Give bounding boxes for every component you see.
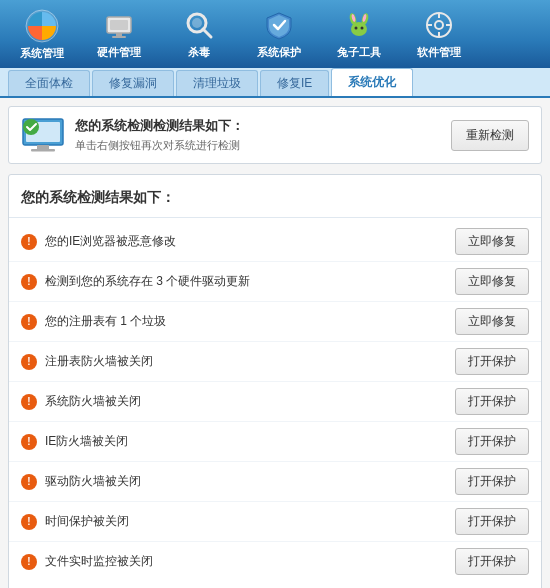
warning-icon: !	[21, 234, 37, 250]
result-left: !文件实时监控被关闭	[21, 553, 153, 570]
action-button-driver-firewall[interactable]: 打开保护	[455, 468, 529, 495]
logo-icon	[24, 8, 60, 44]
result-left: !注册表防火墙被关闭	[21, 353, 153, 370]
tab-repair-ie[interactable]: 修复IE	[260, 70, 329, 96]
action-button-time-protect[interactable]: 打开保护	[455, 508, 529, 535]
warning-icon: !	[21, 474, 37, 490]
svg-point-12	[361, 26, 364, 29]
result-left: !检测到您的系统存在 3 个硬件驱动更新	[21, 273, 250, 290]
summary-subtitle: 单击右侧按钮再次对系统进行检测	[75, 138, 244, 153]
result-row: !驱动防火墙被关闭打开保护	[9, 462, 541, 502]
rabbit-icon	[343, 9, 375, 41]
nav-kill-label: 杀毒	[188, 45, 210, 60]
result-row: !您的注册表有 1 个垃圾立即修复	[9, 302, 541, 342]
results-list: !您的IE浏览器被恶意修改立即修复!检测到您的系统存在 3 个硬件驱动更新立即修…	[9, 222, 541, 581]
result-row: !系统防火墙被关闭打开保护	[9, 382, 541, 422]
summary-title: 您的系统检测检测结果如下：	[75, 117, 244, 135]
action-button-ie-modified[interactable]: 立即修复	[455, 228, 529, 255]
result-text: 系统防火墙被关闭	[45, 393, 141, 410]
tab-clean-junk[interactable]: 清理垃圾	[176, 70, 258, 96]
result-text: 您的注册表有 1 个垃圾	[45, 313, 166, 330]
svg-line-6	[203, 29, 211, 37]
result-text: 驱动防火墙被关闭	[45, 473, 141, 490]
nav-protect-label: 系统保护	[257, 45, 301, 60]
result-left: !系统防火墙被关闭	[21, 393, 141, 410]
action-button-hw-update[interactable]: 立即修复	[455, 268, 529, 295]
warning-icon: !	[21, 434, 37, 450]
results-section: 您的系统检测结果如下： !您的IE浏览器被恶意修改立即修复!检测到您的系统存在 …	[8, 174, 542, 588]
result-text: 时间保护被关闭	[45, 513, 129, 530]
svg-rect-23	[37, 145, 49, 149]
svg-point-11	[355, 26, 358, 29]
action-button-file-monitor[interactable]: 打开保护	[455, 548, 529, 575]
result-text: 注册表防火墙被关闭	[45, 353, 153, 370]
svg-point-16	[435, 21, 443, 29]
svg-rect-2	[110, 20, 128, 30]
result-text: 您的IE浏览器被恶意修改	[45, 233, 176, 250]
nav-hardware-label: 硬件管理	[97, 45, 141, 60]
software-icon	[423, 9, 455, 41]
pc-icon	[21, 117, 65, 153]
result-text: IE防火墙被关闭	[45, 433, 128, 450]
tab-optimize[interactable]: 系统优化	[331, 68, 413, 96]
nav-kill[interactable]: 杀毒	[162, 5, 236, 63]
action-button-reg-junk[interactable]: 立即修复	[455, 308, 529, 335]
result-row: !注册表防火墙被关闭打开保护	[9, 342, 541, 382]
warning-icon: !	[21, 554, 37, 570]
protect-icon	[263, 9, 295, 41]
result-text: 文件实时监控被关闭	[45, 553, 153, 570]
result-left: !您的IE浏览器被恶意修改	[21, 233, 176, 250]
svg-rect-4	[112, 36, 126, 38]
warning-icon: !	[21, 394, 37, 410]
result-left: !驱动防火墙被关闭	[21, 473, 141, 490]
result-row: !文件实时监控被关闭打开保护	[9, 542, 541, 581]
result-left: !IE防火墙被关闭	[21, 433, 128, 450]
summary-box: 您的系统检测检测结果如下： 单击右侧按钮再次对系统进行检测 重新检测	[8, 106, 542, 164]
action-button-sys-firewall[interactable]: 打开保护	[455, 388, 529, 415]
warning-icon: !	[21, 274, 37, 290]
svg-point-7	[192, 18, 202, 28]
kill-icon	[183, 9, 215, 41]
result-row: !检测到您的系统存在 3 个硬件驱动更新立即修复	[9, 262, 541, 302]
tab-bar: 全面体检 修复漏洞 清理垃圾 修复IE 系统优化	[0, 68, 550, 98]
rescan-button[interactable]: 重新检测	[451, 120, 529, 151]
result-row: !时间保护被关闭打开保护	[9, 502, 541, 542]
tab-repair-bug[interactable]: 修复漏洞	[92, 70, 174, 96]
warning-icon: !	[21, 354, 37, 370]
logo-area: 系统管理	[8, 5, 76, 63]
results-title: 您的系统检测结果如下：	[9, 185, 541, 218]
svg-rect-24	[31, 149, 55, 152]
result-row: !IE防火墙被关闭打开保护	[9, 422, 541, 462]
action-button-reg-firewall[interactable]: 打开保护	[455, 348, 529, 375]
main-content: 您的系统检测检测结果如下： 单击右侧按钮再次对系统进行检测 重新检测 您的系统检…	[0, 98, 550, 588]
summary-left: 您的系统检测检测结果如下： 单击右侧按钮再次对系统进行检测	[21, 117, 244, 153]
nav-protect[interactable]: 系统保护	[242, 5, 316, 63]
action-button-ie-firewall[interactable]: 打开保护	[455, 428, 529, 455]
result-row: !您的IE浏览器被恶意修改立即修复	[9, 222, 541, 262]
svg-point-25	[23, 119, 39, 135]
result-text: 检测到您的系统存在 3 个硬件驱动更新	[45, 273, 250, 290]
tab-full-check[interactable]: 全面体检	[8, 70, 90, 96]
nav-software[interactable]: 软件管理	[402, 5, 476, 63]
logo-label: 系统管理	[20, 46, 64, 61]
svg-rect-3	[116, 33, 122, 36]
warning-icon: !	[21, 314, 37, 330]
summary-text: 您的系统检测检测结果如下： 单击右侧按钮再次对系统进行检测	[75, 117, 244, 153]
hardware-icon	[103, 9, 135, 41]
nav-software-label: 软件管理	[417, 45, 461, 60]
result-left: !您的注册表有 1 个垃圾	[21, 313, 166, 330]
warning-icon: !	[21, 514, 37, 530]
nav-hardware[interactable]: 硬件管理	[82, 5, 156, 63]
result-left: !时间保护被关闭	[21, 513, 129, 530]
nav-rabbit-label: 兔子工具	[337, 45, 381, 60]
nav-rabbit[interactable]: 兔子工具	[322, 5, 396, 63]
app-header: 系统管理 硬件管理 杀毒	[0, 0, 550, 68]
